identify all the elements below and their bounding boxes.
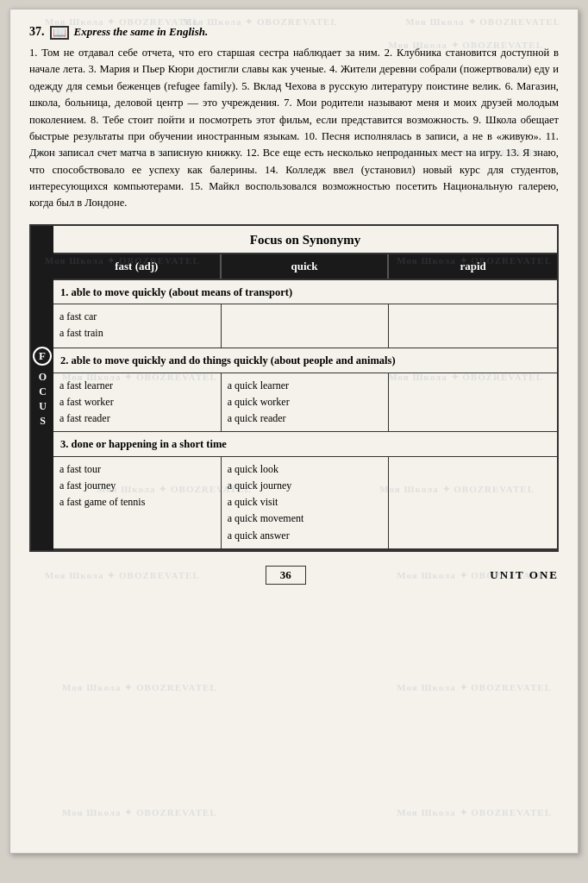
section-3-grid: a fast tour a fast journey a fast game o…: [53, 456, 557, 550]
section-3-cell-3: [389, 457, 557, 548]
page-footer: 36 UNIT ONE: [29, 562, 559, 585]
header-col2: quick: [222, 254, 390, 279]
section-1-grid: a fast car a fast train: [53, 304, 557, 348]
focus-sidebar-text: OCUS: [36, 371, 49, 429]
section-2-cell-1: a fast learner a fast worker a fast read…: [53, 373, 222, 432]
watermark-15: Моя Школа ✦ OBOZREVATEL: [62, 682, 217, 693]
section-1-cell-3: [389, 304, 557, 348]
section-2-cell-2: a quick learner a quick worker a quick r…: [222, 373, 390, 432]
header-col3: rapid: [389, 254, 557, 279]
section-3-cell-1: a fast tour a fast journey a fast game o…: [53, 457, 222, 548]
section-1-cell-1: a fast car a fast train: [53, 304, 222, 348]
header-col1: fast (adj): [53, 254, 222, 279]
watermark-18: Моя Школа ✦ OBOZREVATEL: [397, 807, 552, 818]
focus-main: Focus on Synonymy fast (adj) quick rapid…: [53, 226, 557, 550]
exercise-body: 1. Том не отдавал себе отчета, что его с…: [29, 45, 559, 212]
exercise-title: Express the same in English.: [74, 25, 209, 39]
watermark-16: Моя Школа ✦ OBOZREVATEL: [397, 682, 552, 693]
focus-sidebar: F OCUS: [31, 226, 53, 550]
synonym-header-row: fast (adj) quick rapid: [53, 254, 557, 280]
unit-label: UNIT ONE: [490, 568, 559, 582]
section-2-cell-3: [389, 373, 557, 432]
section-3-cell-2: a quick look a quick journey a quick vis…: [222, 457, 390, 548]
section-2-grid: a fast learner a fast worker a fast read…: [53, 373, 557, 433]
exercise-header: 37. 📖 Express the same in English.: [29, 25, 559, 40]
section-2-header: 2. able to move quickly and do things qu…: [53, 348, 557, 373]
section-1-cell-2: [222, 304, 390, 348]
page-number: 36: [266, 566, 306, 585]
page: Моя Школа ✦ OBOZREVATEL Моя Школа ✦ OBOZ…: [9, 9, 579, 854]
book-icon: 📖: [50, 26, 69, 40]
exercise-number: 37.: [29, 25, 45, 39]
section-3-header: 3. done or happening in a short time: [53, 432, 557, 456]
watermark-17: Моя Школа ✦ OBOZREVATEL: [62, 807, 217, 818]
section-1-header: 1. able to move quickly (about means of …: [53, 280, 557, 304]
focus-section: F OCUS Focus on Synonymy fast (adj) quic…: [29, 224, 559, 552]
focus-title: Focus on Synonymy: [53, 226, 557, 254]
focus-f-circle: F: [33, 347, 52, 366]
